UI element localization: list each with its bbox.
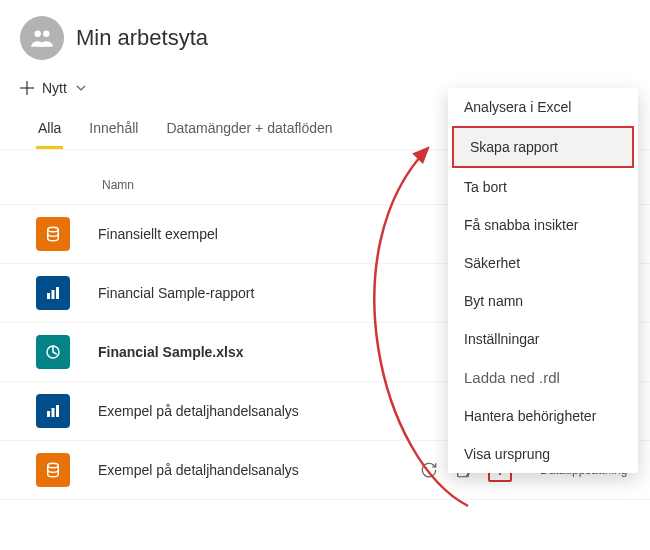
refresh-icon[interactable] xyxy=(420,461,438,479)
report-icon xyxy=(36,394,70,428)
svg-point-1 xyxy=(43,30,50,37)
plus-icon xyxy=(20,81,34,95)
tab-datasets[interactable]: Datamängder + dataflöden xyxy=(164,112,334,149)
menu-settings[interactable]: Inställningar xyxy=(448,320,638,358)
tab-content[interactable]: Innehåll xyxy=(87,112,140,149)
context-menu: Analysera i Excel Skapa rapport Ta bort … xyxy=(448,88,638,473)
svg-rect-5 xyxy=(47,293,50,299)
menu-rename[interactable]: Byt namn xyxy=(448,282,638,320)
svg-rect-6 xyxy=(52,290,55,299)
menu-download-rdl[interactable]: Ladda ned .rdl xyxy=(448,358,638,397)
tab-all[interactable]: Alla xyxy=(36,112,63,149)
svg-point-4 xyxy=(48,227,59,232)
menu-create-report[interactable]: Skapa rapport xyxy=(454,128,632,166)
menu-view-lineage[interactable]: Visa ursprung xyxy=(448,435,638,473)
new-label: Nytt xyxy=(42,80,67,96)
svg-rect-7 xyxy=(56,287,59,299)
workspace-avatar xyxy=(20,16,64,60)
workspace-header: Min arbetsyta xyxy=(0,0,650,72)
new-button[interactable]: Nytt xyxy=(20,80,87,96)
item-name: Exempel på detaljhandelsanalys xyxy=(98,462,392,478)
workspace-title: Min arbetsyta xyxy=(76,25,208,51)
dataset-icon xyxy=(36,217,70,251)
menu-quick-insights[interactable]: Få snabba insikter xyxy=(448,206,638,244)
svg-rect-9 xyxy=(47,411,50,417)
menu-analyze-excel[interactable]: Analysera i Excel xyxy=(448,88,638,126)
svg-point-12 xyxy=(48,463,59,468)
dataset-icon xyxy=(36,453,70,487)
menu-delete[interactable]: Ta bort xyxy=(448,168,638,206)
svg-point-16 xyxy=(499,473,501,475)
svg-rect-11 xyxy=(56,405,59,417)
people-icon xyxy=(29,25,55,51)
chevron-down-icon xyxy=(75,82,87,94)
svg-point-0 xyxy=(34,30,41,37)
menu-manage-permissions[interactable]: Hantera behörigheter xyxy=(448,397,638,435)
workbook-icon xyxy=(36,335,70,369)
svg-rect-10 xyxy=(52,408,55,417)
menu-security[interactable]: Säkerhet xyxy=(448,244,638,282)
report-icon xyxy=(36,276,70,310)
